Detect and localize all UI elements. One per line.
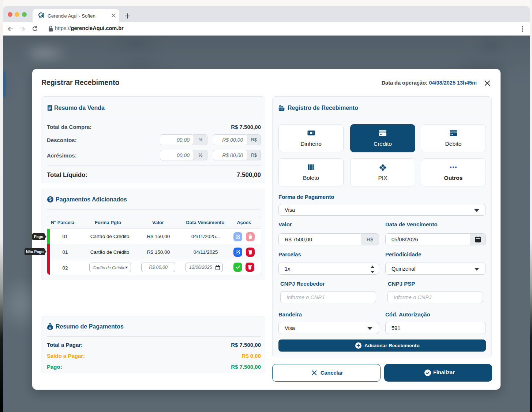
svg-text:$: $ xyxy=(49,326,51,330)
